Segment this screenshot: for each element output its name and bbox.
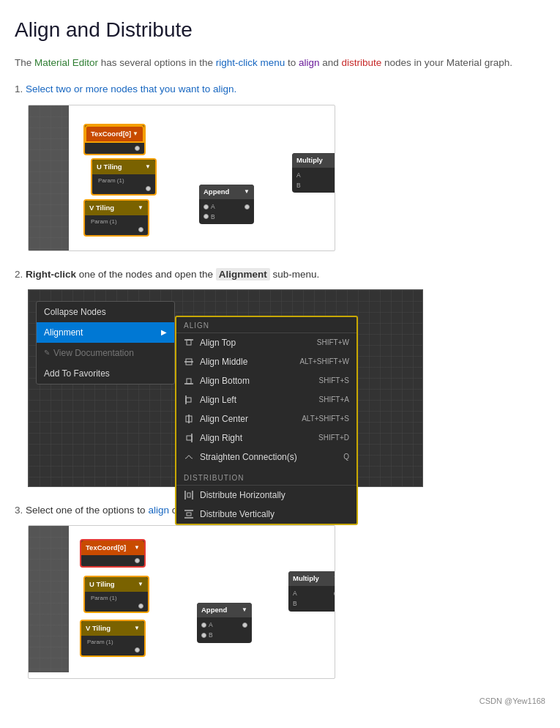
vtiling-node: V Tiling ▼ Param (1): [83, 199, 149, 237]
step-3: 3. Select one of the options to align or…: [15, 503, 545, 679]
step-1-screenshot: TexCoord[0] ▼ U Tiling ▼ Param (1): [28, 105, 335, 251]
vtiling-node-3: V Tiling ▼ Param (1): [80, 620, 146, 657]
port-a: [204, 204, 209, 209]
port-out-tc3: [135, 558, 140, 563]
page-title: Align and Distribute: [15, 15, 545, 45]
svg-rect-14: [187, 493, 190, 497]
multiply-node-3: Multiply ▼ A B: [288, 571, 335, 612]
multiply-port-a3: A: [293, 589, 335, 598]
vtiling-port: [89, 227, 143, 232]
append-header-3: Append ▼: [197, 603, 252, 617]
vtiling-body: Param (1): [85, 215, 148, 235]
utiling-port: [97, 186, 151, 191]
svg-rect-1: [187, 340, 191, 345]
align-left-item: Align Left SHIFT+A: [176, 390, 356, 409]
append-port-b: B: [204, 212, 250, 222]
utiling-node: U Tiling ▼ Param (1): [91, 158, 157, 196]
ctx-view-doc: ✎ View Documentation: [37, 343, 174, 363]
port-a3: [201, 623, 206, 628]
port-b3: [201, 633, 206, 638]
utiling-body: Param (1): [92, 174, 155, 194]
append-port-a3: A: [201, 620, 247, 630]
graph-sidebar-1: [29, 105, 69, 251]
ctx-add-favorites: Add To Favorites: [37, 363, 174, 384]
ctx-alignment: Alignment ▶: [37, 322, 174, 343]
utiling-header: U Tiling ▼: [92, 160, 155, 174]
append-body-3: A B: [197, 617, 252, 643]
append-node-3: Append ▼ A B: [197, 603, 252, 643]
step-2-label: 2. Right-click one of the nodes and open…: [15, 267, 545, 282]
intro-paragraph: The Material Editor has several options …: [15, 56, 545, 70]
multiply-header-3: Multiply ▼: [288, 571, 335, 586]
vtiling-port-3: [86, 647, 140, 653]
utiling-header-3: U Tiling ▼: [85, 577, 148, 592]
footer-credit: CSDN @Yew1168: [15, 695, 545, 707]
vtiling-header-3: V Tiling ▼: [81, 621, 144, 636]
step-1-label: 1. Select two or more nodes that you wan…: [15, 82, 545, 97]
alignment-submenu: ALIGN Align Top SHIFT+W Align Middle: [175, 316, 358, 525]
step-2-screenshot: Collapse Nodes Alignment ▶ ✎ View Docume…: [28, 289, 423, 487]
append-header: Append ▼: [199, 185, 254, 199]
align-middle-icon: [184, 357, 194, 367]
context-menu-left: Collapse Nodes Alignment ▶ ✎ View Docume…: [36, 301, 175, 385]
align-bottom-icon: [184, 376, 194, 386]
graph-content-1: TexCoord[0] ▼ U Tiling ▼ Param (1): [69, 105, 335, 251]
align-middle-item: Align Middle ALT+SHIFT+W: [176, 352, 356, 371]
texcoord-node-3: TexCoord[0] ▼: [80, 539, 146, 568]
append-body: A B: [199, 199, 254, 225]
svg-rect-17: [187, 513, 191, 516]
utiling-port-3: [89, 603, 143, 609]
utiling-node-3: U Tiling ▼ Param (1): [83, 576, 149, 613]
port-out-m3: [334, 591, 335, 596]
texcoord-header-3: TexCoord[0] ▼: [81, 541, 144, 555]
align-top-item: Align Top SHIFT+W: [176, 333, 356, 352]
straighten-icon: [184, 452, 194, 462]
multiply-node: Multiply ▼ A B: [292, 153, 335, 193]
port-out-vt3: [135, 647, 140, 653]
align-right-icon: [184, 433, 194, 443]
texcoord-port-3: [86, 558, 140, 563]
vtiling-header: V Tiling ▼: [85, 201, 148, 215]
graph-sidebar-3: [29, 526, 69, 672]
append-port-a: A: [204, 202, 250, 212]
align-center-icon: [184, 414, 194, 424]
multiply-port-b3: B: [293, 599, 335, 609]
vtiling-body-3: Param (1): [81, 636, 144, 655]
distribute-v-icon: [184, 509, 194, 519]
distribution-section-header: DISTRIBUTION: [176, 469, 356, 486]
multiply-body: A B: [292, 168, 335, 193]
align-top-icon: [184, 338, 194, 348]
utiling-body-3: Param (1): [85, 592, 148, 612]
ctx-arrow: ▶: [161, 327, 167, 338]
ctx-collapse-nodes: Collapse Nodes: [37, 302, 174, 322]
port-dot-2: [146, 186, 151, 191]
svg-rect-5: [187, 379, 191, 384]
align-section-header: ALIGN: [176, 317, 356, 333]
port-dot-3: [138, 227, 143, 232]
svg-rect-7: [186, 398, 191, 402]
step-3-screenshot: TexCoord[0] ▼ U Tiling ▼ Param (1): [28, 525, 335, 679]
align-bottom-item: Align Bottom SHIFT+S: [176, 371, 356, 390]
align-left-icon: [184, 395, 194, 405]
align-center-item: Align Center ALT+SHIFT+S: [176, 409, 356, 428]
distribute-h-icon: [184, 490, 194, 500]
svg-rect-11: [187, 436, 192, 440]
texcoord-node: TexCoord[0] ▼: [83, 124, 146, 155]
port-out: [244, 204, 250, 209]
texcoord-body-3: [81, 555, 144, 566]
append-node: Append ▼ A B: [199, 185, 254, 225]
step-2: 2. Right-click one of the nodes and open…: [15, 267, 545, 487]
multiply-port-a: A: [296, 171, 335, 180]
distribute-h-item: Distribute Horizontally: [176, 486, 356, 505]
port-out-a3: [242, 623, 247, 628]
texcoord-port: [89, 146, 140, 151]
multiply-header: Multiply ▼: [292, 153, 335, 168]
port-dot: [135, 146, 140, 151]
multiply-body-3: A B: [288, 586, 335, 612]
distribute-v-item: Distribute Vertically: [176, 505, 356, 524]
multiply-port-b: B: [296, 181, 335, 190]
align-right-item: Align Right SHIFT+D: [176, 428, 356, 447]
graph-content-3: TexCoord[0] ▼ U Tiling ▼ Param (1): [69, 526, 335, 672]
step-1: 1. Select two or more nodes that you wan…: [15, 82, 545, 250]
port-b: [204, 214, 209, 219]
